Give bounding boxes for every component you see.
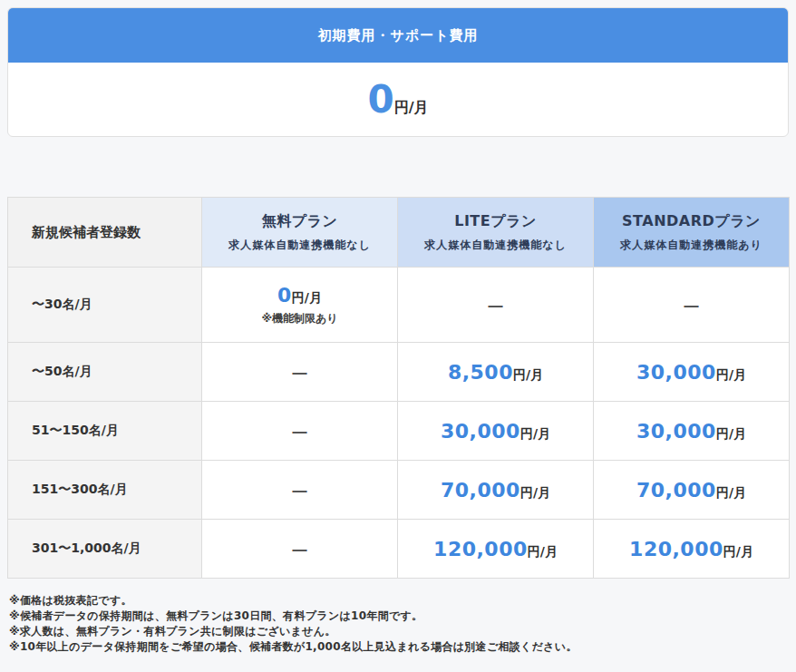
table-row: 301〜1,000名/月 ― 120,000 円/月 120,000 円/月 (8, 520, 790, 579)
price: 30,000 円/月 (636, 420, 746, 443)
price-unit: 円/月 (520, 426, 550, 443)
price-note: ※機能制限あり (202, 311, 397, 326)
price-cell: 0 円/月 ※機能制限あり (202, 268, 398, 343)
price-value: 30,000 (441, 420, 520, 443)
footnote: ※求人数は、無料プラン・有料プラン共に制限はございません。 (9, 624, 789, 639)
initial-cost-header: 初期費用・サポート費用 (8, 8, 788, 63)
initial-cost-body: 0 円/月 (8, 63, 788, 136)
price-unit: 円/月 (716, 426, 746, 443)
price-cell: 8,500 円/月 (398, 343, 594, 402)
price-value: 70,000 (441, 479, 520, 502)
row-label: 51〜150名/月 (8, 402, 202, 461)
initial-cost-price: 0 円/月 (367, 81, 428, 119)
footnote: ※価格は税抜表記です。 (9, 593, 789, 609)
plan-name: STANDARDプラン (594, 212, 789, 231)
price-unit: 円/月 (520, 485, 550, 502)
price-cell: 30,000 円/月 (594, 402, 790, 461)
price-cell: ― (398, 268, 594, 343)
price-cell: 70,000 円/月 (594, 461, 790, 520)
table-row: 51〜150名/月 ― 30,000 円/月 30,000 円/月 (8, 402, 790, 461)
pricing-table-header: 新規候補者登録数 無料プラン 求人媒体自動連携機能なし LITEプラン 求人媒体… (8, 198, 790, 268)
price: 30,000 円/月 (636, 361, 746, 384)
plan-subtitle: 求人媒体自動連携機能なし (398, 238, 593, 253)
price: 120,000 円/月 (433, 538, 558, 560)
row-label: 151〜300名/月 (8, 461, 202, 520)
price-value: 70,000 (636, 479, 716, 502)
pricing-table: 新規候補者登録数 無料プラン 求人媒体自動連携機能なし LITEプラン 求人媒体… (7, 197, 790, 579)
plan-subtitle: 求人媒体自動連携機能あり (594, 238, 789, 253)
price-cell: 30,000 円/月 (594, 343, 790, 402)
header-row: 新規候補者登録数 無料プラン 求人媒体自動連携機能なし LITEプラン 求人媒体… (8, 198, 790, 268)
row-label: 〜30名/月 (8, 268, 202, 343)
price-value: 30,000 (636, 361, 716, 384)
price: 70,000 円/月 (636, 479, 746, 502)
price-unit: 円/月 (716, 367, 746, 384)
price-unit: 円/月 (716, 485, 746, 502)
column-header-registrations: 新規候補者登録数 (8, 198, 202, 268)
price: 30,000 円/月 (441, 420, 550, 443)
dash: ― (293, 541, 307, 558)
footnote: ※10年以上のデータ保持期間をご希望の場合、候補者数が1,000名以上見込まれる… (9, 639, 789, 655)
price-value: 120,000 (629, 538, 723, 560)
plan-name: 無料プラン (202, 212, 397, 231)
price: 120,000 円/月 (629, 538, 753, 560)
price-unit: 円/月 (292, 290, 322, 307)
price-cell: ― (202, 520, 398, 579)
price-cell: 120,000 円/月 (594, 520, 790, 579)
price-unit: 円/月 (513, 367, 543, 384)
column-header-free-plan: 無料プラン 求人媒体自動連携機能なし (202, 198, 398, 268)
price-cell: 30,000 円/月 (398, 402, 594, 461)
initial-cost-card: 初期費用・サポート費用 0 円/月 (7, 7, 789, 137)
plan-subtitle: 求人媒体自動連携機能なし (202, 238, 397, 253)
plan-name: LITEプラン (398, 212, 593, 231)
row-label: 301〜1,000名/月 (8, 520, 202, 579)
price-cell: ― (202, 343, 398, 402)
price-cell: ― (202, 461, 398, 520)
price-value: 120,000 (433, 538, 528, 560)
dash: ― (293, 482, 307, 499)
initial-cost-value: 0 (367, 81, 393, 119)
column-header-lite-plan: LITEプラン 求人媒体自動連携機能なし (398, 198, 594, 268)
footnotes: ※価格は税抜表記です。 ※候補者データの保持期間は、無料プランは30日間、有料プ… (7, 593, 789, 655)
price-cell: ― (202, 402, 398, 461)
initial-cost-unit: 円/月 (394, 99, 429, 118)
table-row: 〜50名/月 ― 8,500 円/月 30,000 円/月 (8, 343, 790, 402)
row-label: 〜50名/月 (8, 343, 202, 402)
pricing-page: 初期費用・サポート費用 0 円/月 新規候補者登録数 無料プラン 求人媒体自動連… (0, 0, 796, 672)
price-cell: 70,000 円/月 (398, 461, 594, 520)
table-row: 151〜300名/月 ― 70,000 円/月 70,000 円/月 (8, 461, 790, 520)
price: 70,000 円/月 (441, 479, 550, 502)
initial-cost-title: 初期費用・サポート費用 (317, 27, 478, 44)
price: 0 円/月 (277, 284, 322, 307)
price-value: 0 (277, 284, 292, 307)
price-value: 8,500 (448, 361, 513, 384)
dash: ― (684, 297, 699, 314)
table-row: 〜30名/月 0 円/月 ※機能制限あり ― ― (8, 268, 790, 343)
column-header-standard-plan: STANDARDプラン 求人媒体自動連携機能あり (594, 198, 790, 268)
pricing-table-body: 〜30名/月 0 円/月 ※機能制限あり ― ― 〜50名/月 ― 8,500 (8, 268, 790, 579)
price-unit: 円/月 (528, 544, 558, 560)
price-value: 30,000 (636, 420, 716, 443)
price-cell: 120,000 円/月 (398, 520, 594, 579)
price-unit: 円/月 (723, 544, 753, 560)
dash: ― (489, 297, 503, 314)
price: 8,500 円/月 (448, 361, 543, 384)
dash: ― (293, 364, 307, 381)
price-cell: ― (594, 268, 790, 343)
footnote: ※候補者データの保持期間は、無料プランは30日間、有料プランは10年間です。 (9, 609, 789, 624)
dash: ― (293, 423, 307, 440)
